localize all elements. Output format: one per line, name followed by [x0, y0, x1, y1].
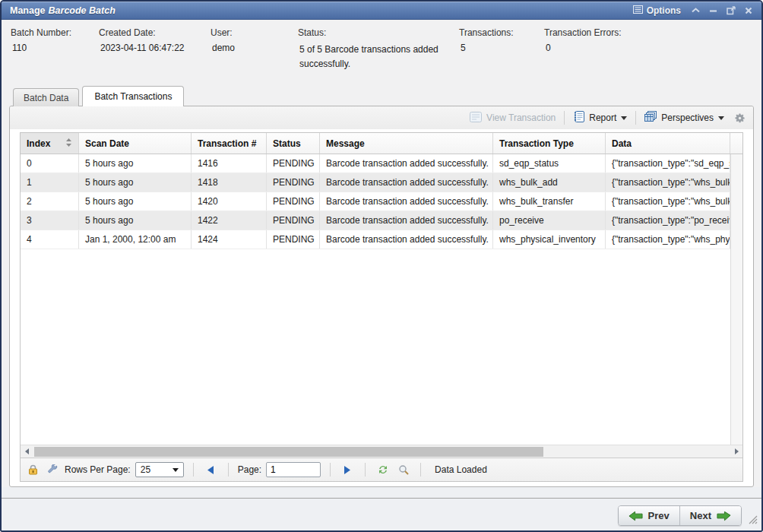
- column-header-scan-date[interactable]: Scan Date: [79, 133, 192, 154]
- horizontal-scroll-thumb[interactable]: [34, 447, 543, 457]
- transaction-errors-field: Transaction Errors: 0: [544, 27, 673, 84]
- cell-data: {"transaction_type":"whs_bulk_add: [606, 173, 730, 192]
- table-row[interactable]: 3 5 hours ago 1422 PENDING Barcode trans…: [21, 211, 730, 230]
- next-button-label: Next: [690, 510, 711, 521]
- prev-button[interactable]: Prev: [619, 506, 679, 525]
- view-transaction-label: View Transaction: [486, 112, 556, 123]
- batch-number-label: Batch Number:: [11, 27, 93, 38]
- column-header-filler: [730, 133, 742, 154]
- horizontal-scrollbar[interactable]: [21, 445, 742, 458]
- horizontal-scroll-track[interactable]: [33, 447, 730, 457]
- table-row[interactable]: 1 5 hours ago 1418 PENDING Barcode trans…: [21, 173, 730, 192]
- refresh-button[interactable]: [375, 464, 391, 475]
- pager-separator: [365, 463, 366, 477]
- transaction-errors-label: Transaction Errors:: [544, 27, 667, 38]
- perspectives-button[interactable]: Perspectives: [641, 109, 727, 127]
- next-button[interactable]: Next: [679, 506, 741, 525]
- cell-status: PENDING: [267, 230, 320, 249]
- popout-icon: [727, 6, 736, 15]
- column-header-transaction-type[interactable]: Transaction Type: [493, 133, 606, 154]
- search-button[interactable]: [396, 464, 411, 475]
- perspectives-icon: [644, 111, 657, 125]
- vertical-scrollbar[interactable]: [730, 154, 742, 445]
- batch-summary: Batch Number: 110 Created Date: 2023-04-…: [2, 20, 761, 84]
- cell-transaction-type: whs_physical_inventory: [493, 230, 606, 249]
- tab-batch-transactions[interactable]: Batch Transactions: [82, 86, 184, 106]
- cell-status: PENDING: [267, 192, 320, 211]
- next-page-icon: [344, 466, 351, 474]
- cell-message: Barcode transaction added successfully.: [320, 192, 493, 211]
- cell-transaction-num: 1416: [192, 154, 267, 173]
- transactions-label: Transactions:: [459, 27, 538, 38]
- prev-page-button[interactable]: [203, 466, 219, 474]
- tab-strip: Batch Data Batch Transactions: [2, 84, 761, 106]
- search-icon: [398, 464, 409, 475]
- cell-data: {"transaction_type":"po_receive",": [606, 211, 730, 230]
- table-row[interactable]: 0 5 hours ago 1416 PENDING Barcode trans…: [21, 154, 730, 173]
- minus-icon: [709, 8, 717, 13]
- column-header-index[interactable]: Index: [21, 133, 79, 154]
- cell-scan-date: 5 hours ago: [79, 173, 192, 192]
- cell-transaction-type: whs_bulk_transfer: [493, 192, 606, 211]
- options-button[interactable]: Options: [633, 5, 681, 16]
- popout-button[interactable]: [727, 6, 736, 15]
- cell-index: 3: [21, 211, 79, 230]
- minimize-button[interactable]: [709, 8, 717, 13]
- cell-message: Barcode transaction added successfully.: [320, 154, 493, 173]
- prev-button-label: Prev: [648, 510, 670, 521]
- pager-separator: [228, 463, 229, 477]
- user-value: demo: [211, 43, 292, 53]
- cell-transaction-type: sd_eqp_status: [493, 154, 606, 173]
- titlebar[interactable]: ManageBarcode Batch Options: [2, 2, 761, 20]
- refresh-icon: [377, 464, 389, 475]
- view-transaction-button[interactable]: View Transaction: [467, 109, 559, 127]
- sort-icon[interactable]: [65, 138, 72, 149]
- window-footer: Prev Next: [2, 487, 761, 530]
- cell-transaction-num: 1420: [192, 192, 267, 211]
- transactions-field: Transactions: 5: [459, 27, 544, 84]
- column-header-message[interactable]: Message: [320, 133, 493, 154]
- table-row[interactable]: 2 5 hours ago 1420 PENDING Barcode trans…: [21, 192, 730, 211]
- scroll-right-arrow[interactable]: [730, 448, 742, 454]
- options-menu-icon: [633, 5, 643, 16]
- cell-transaction-num: 1418: [192, 173, 267, 192]
- report-icon: [573, 111, 584, 125]
- cell-scan-date: 5 hours ago: [79, 211, 192, 230]
- next-page-button[interactable]: [340, 466, 356, 474]
- scroll-left-arrow[interactable]: [21, 448, 33, 454]
- window-title: ManageBarcode Batch: [10, 5, 116, 16]
- perspectives-caret-icon: [718, 116, 724, 120]
- rows-per-page-label: Rows Per Page:: [65, 464, 131, 475]
- grid-body: 0 5 hours ago 1416 PENDING Barcode trans…: [21, 154, 742, 445]
- next-arrow-icon: [717, 511, 731, 521]
- cell-index: 0: [21, 154, 79, 173]
- table-row[interactable]: 4 Jan 1, 2000, 12:00 am 1424 PENDING Bar…: [21, 230, 730, 249]
- wrench-icon[interactable]: [45, 464, 60, 475]
- status-field: Status: 5 of 5 Barcode transactions adde…: [298, 27, 459, 84]
- perspectives-label: Perspectives: [661, 112, 714, 123]
- lock-icon[interactable]: [26, 464, 40, 475]
- collapse-button[interactable]: [692, 8, 700, 13]
- toolbar-separator: [564, 111, 565, 125]
- page-input[interactable]: [266, 462, 321, 477]
- cell-index: 4: [21, 230, 79, 249]
- rows-per-page-select[interactable]: 25: [135, 462, 184, 477]
- created-date-value: 2023-04-11 06:47:22: [99, 43, 204, 53]
- prev-page-icon: [207, 466, 214, 474]
- column-header-transaction-num[interactable]: Transaction #: [192, 133, 267, 154]
- chevron-down-icon: [173, 468, 179, 472]
- column-header-data[interactable]: Data: [606, 133, 730, 154]
- pager-separator: [193, 463, 194, 477]
- close-button[interactable]: [745, 7, 752, 14]
- column-header-status[interactable]: Status: [267, 133, 320, 154]
- transaction-errors-value: 0: [544, 43, 667, 53]
- cell-data: {"transaction_type":"sd_eqp_statu: [606, 154, 730, 173]
- grid-settings-button[interactable]: [733, 112, 747, 124]
- batch-number-field: Batch Number: 110: [11, 27, 99, 84]
- window-title-prefix: Manage: [10, 5, 46, 16]
- report-button[interactable]: Report: [570, 109, 630, 127]
- report-caret-icon: [621, 116, 627, 120]
- resize-grip[interactable]: [749, 514, 758, 527]
- tab-batch-data[interactable]: Batch Data: [13, 88, 79, 106]
- cell-data: {"transaction_type":"whs_physical_: [606, 230, 730, 249]
